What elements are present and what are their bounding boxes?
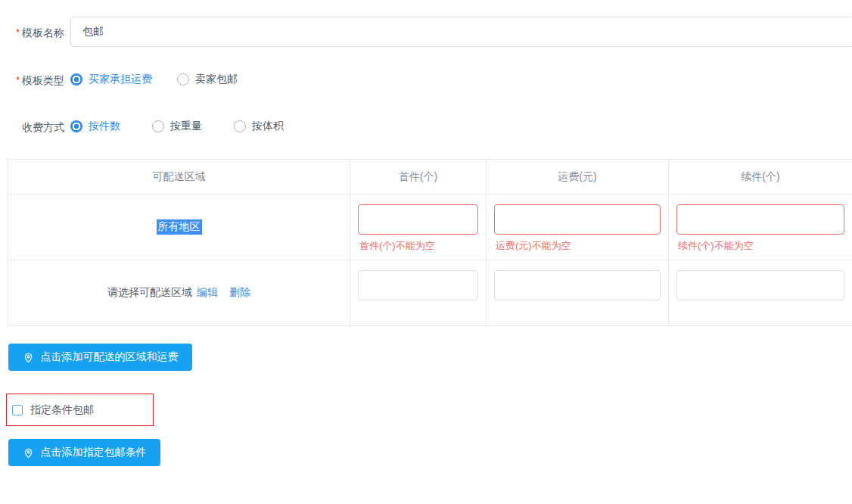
first-item-input[interactable] [358,204,478,235]
header-shipping-fee: 运费(元) [487,160,669,194]
header-delivery-area: 可配送区域 [8,160,350,194]
conditional-free-shipping-checkbox[interactable] [12,405,23,415]
shipping-fee-input[interactable] [494,270,661,300]
first-item-error: 首件(个)不能为空 [358,240,478,251]
radio-label: 买家承担运费 [89,73,152,86]
charge-method-label: 收费方式 [0,121,64,133]
radio-label: 按体积 [252,120,284,133]
radio-selected-icon [70,120,82,132]
first-item-cell: 首件(个)不能为空 [350,194,487,260]
table-row-select-area-cell: 请选择可配送区域 编辑 删除 [8,260,350,326]
template-type-radio-group: 买家承担运费 卖家包邮 [70,72,238,87]
all-areas-link[interactable]: 所有地区 [157,219,202,235]
table-row-all-areas-cell: 所有地区 [8,194,350,260]
additional-item-error: 续件(个)不能为空 [676,240,844,251]
button-label: 点击添加指定包邮条件 [41,446,147,459]
location-pin-icon [23,352,34,363]
conditional-free-shipping-box: 指定条件包邮 [6,394,154,426]
template-type-label: *模板类型 [0,74,64,86]
header-additional-item: 续件(个) [669,160,852,194]
header-first-item: 首件(个) [350,160,487,194]
required-asterisk: * [16,74,20,86]
required-asterisk: * [16,26,20,38]
edit-link[interactable]: 编辑 [197,286,218,300]
additional-item-input[interactable] [676,270,844,300]
first-item-cell [350,260,487,326]
additional-item-cell: 续件(个)不能为空 [669,194,852,260]
location-pin-icon [23,447,34,459]
first-item-input[interactable] [358,270,478,300]
shipping-fee-cell [487,260,669,326]
shipping-fee-table: 可配送区域 首件(个) 运费(元) 续件(个) 所有地区 首件(个)不能为空 运… [8,159,852,326]
radio-label: 按重量 [170,120,202,133]
delete-link[interactable]: 删除 [229,286,250,300]
select-area-text: 请选择可配送区域 [107,286,192,300]
radio-buyer-pays-shipping[interactable]: 买家承担运费 [70,73,152,86]
template-name-input[interactable] [70,17,852,47]
shipping-fee-cell: 运费(元)不能为空 [487,194,669,260]
radio-seller-free-shipping[interactable]: 卖家包邮 [177,73,238,86]
conditional-free-shipping-label: 指定条件包邮 [30,403,94,417]
radio-label: 按件数 [89,120,120,133]
radio-unselected-icon [177,73,189,86]
radio-by-weight[interactable]: 按重量 [152,120,202,133]
shipping-fee-template-form: *模板名称 *模板类型 买家承担运费 卖家包邮 收费方式 按件数 按重量 按体积… [0,0,852,504]
button-label: 点击添加可配送的区域和运费 [41,350,179,364]
additional-item-input[interactable] [676,204,844,235]
add-free-shipping-condition-button[interactable]: 点击添加指定包邮条件 [8,439,160,466]
template-name-label: *模板名称 [0,26,64,39]
radio-label: 卖家包邮 [195,73,238,86]
radio-unselected-icon [152,120,164,132]
radio-by-volume[interactable]: 按体积 [234,120,284,133]
shipping-fee-error: 运费(元)不能为空 [494,240,661,251]
radio-by-quantity[interactable]: 按件数 [70,120,120,133]
charge-method-radio-group: 按件数 按重量 按体积 [70,119,284,134]
radio-selected-icon [70,73,82,86]
additional-item-cell [669,260,852,326]
add-area-fee-button[interactable]: 点击添加可配送的区域和运费 [8,344,192,371]
radio-unselected-icon [234,120,246,132]
shipping-fee-input[interactable] [494,204,661,235]
